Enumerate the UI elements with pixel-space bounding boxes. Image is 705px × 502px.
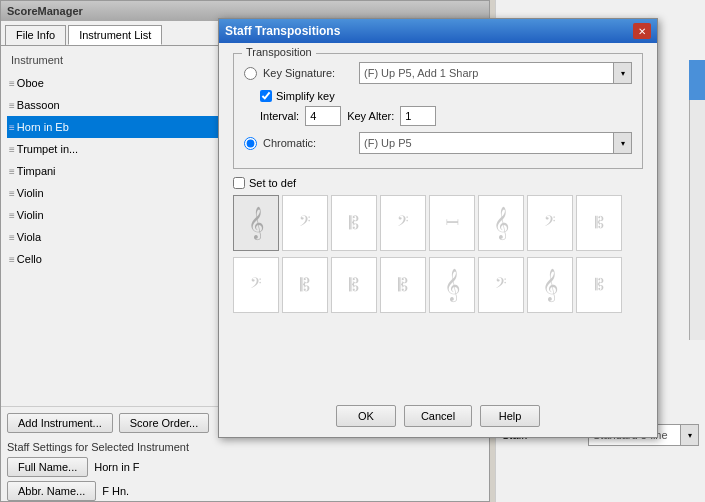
scrollbar-thumb[interactable] xyxy=(689,60,705,100)
inst-name: Horn in Eb xyxy=(17,121,232,133)
key-sig-select[interactable]: (F) Up P5, Add 1 Sharp ▾ xyxy=(359,62,632,84)
col-instrument: Instrument xyxy=(7,52,244,70)
key-sig-row: Key Signature: (F) Up P5, Add 1 Sharp ▾ xyxy=(244,62,632,84)
clef-cell-treble4[interactable]: 𝄞 xyxy=(527,257,573,313)
chromatic-select[interactable]: (F) Up P5 ▾ xyxy=(359,132,632,154)
inst-name: Cello xyxy=(17,253,232,265)
inst-name: Violin xyxy=(17,209,232,221)
drag-handle: ≡ xyxy=(9,254,14,265)
clef-grid-row1: 𝄞 𝄢 𝄡 𝄢 𝄩 𝄞 𝄢 𝄡 xyxy=(233,195,643,251)
drag-handle: ≡ xyxy=(9,166,14,177)
chromatic-label: Chromatic: xyxy=(263,137,353,149)
clef-cell-treble2[interactable]: 𝄞 xyxy=(478,195,524,251)
add-instrument-button[interactable]: Add Instrument... xyxy=(7,413,113,433)
staff-settings-label: Staff Settings for Selected Instrument xyxy=(7,441,483,453)
drag-handle: ≡ xyxy=(9,188,14,199)
chromatic-dropdown-arrow[interactable]: ▾ xyxy=(613,133,631,153)
set-def-row: Set to def xyxy=(233,177,643,189)
clef-cell-alto1[interactable]: 𝄡 xyxy=(331,195,377,251)
key-sig-value: (F) Up P5, Add 1 Sharp xyxy=(360,67,613,79)
group-label: Transposition xyxy=(242,46,316,58)
chromatic-radio[interactable] xyxy=(244,137,257,150)
simplify-key-label: Simplify key xyxy=(276,90,335,102)
key-sig-dropdown-arrow[interactable]: ▾ xyxy=(613,63,631,83)
set-def-label: Set to def xyxy=(249,177,296,189)
clef-cell-bass1[interactable]: 𝄢 xyxy=(282,195,328,251)
dialog-title: Staff Transpositions xyxy=(225,24,340,38)
full-name-row: Full Name... Horn in F xyxy=(7,457,483,477)
score-order-button[interactable]: Score Order... xyxy=(119,413,209,433)
dialog-body: Transposition Key Signature: (F) Up P5, … xyxy=(219,43,657,329)
interval-label: Interval: xyxy=(260,110,299,122)
help-button[interactable]: Help xyxy=(480,405,540,427)
dialog-close-button[interactable]: ✕ xyxy=(633,23,651,39)
staff-transpositions-dialog: Staff Transpositions ✕ Transposition Key… xyxy=(218,18,658,438)
app-title: ScoreManager xyxy=(7,5,83,17)
inst-name: Violin xyxy=(17,187,232,199)
key-sig-label: Key Signature: xyxy=(263,67,353,79)
clef-cell-treble1[interactable]: 𝄞 xyxy=(233,195,279,251)
clef-cell-perc2[interactable]: 𝄡 xyxy=(576,257,622,313)
inst-name: Oboe xyxy=(17,77,232,89)
tab-file-info[interactable]: File Info xyxy=(5,25,66,45)
clef-cell-bass3[interactable]: 𝄢 xyxy=(527,195,573,251)
simplify-key-checkbox[interactable] xyxy=(260,90,272,102)
clef-cell-bass4[interactable]: 𝄢 xyxy=(233,257,279,313)
clef-cell-treble3[interactable]: 𝄞 xyxy=(429,257,475,313)
clef-cell-perc1[interactable]: 𝄡 xyxy=(576,195,622,251)
abbr-name-row: Abbr. Name... F Hn. xyxy=(7,481,483,501)
clef-cell-bass5[interactable]: 𝄢 xyxy=(478,257,524,313)
drag-handle: ≡ xyxy=(9,210,14,221)
key-sig-radio[interactable] xyxy=(244,67,257,80)
full-name-value: Horn in F xyxy=(94,461,139,473)
drag-handle: ≡ xyxy=(9,232,14,243)
simplify-key-row: Simplify key xyxy=(260,90,632,102)
clef-cell-bass2[interactable]: 𝄢 xyxy=(380,195,426,251)
clef-cell-alto2[interactable]: 𝄩 xyxy=(429,195,475,251)
transposition-group: Transposition Key Signature: (F) Up P5, … xyxy=(233,53,643,169)
ok-button[interactable]: OK xyxy=(336,405,396,427)
key-alter-label: Key Alter: xyxy=(347,110,394,122)
clef-cell-alto3[interactable]: 𝄡 xyxy=(282,257,328,313)
right-scrollbar xyxy=(689,60,705,340)
inst-name: Bassoon xyxy=(17,99,232,111)
staff-dropdown-arrow[interactable]: ▾ xyxy=(680,425,698,445)
inst-name: Timpani xyxy=(17,165,232,177)
chromatic-row: Chromatic: (F) Up P5 ▾ xyxy=(244,132,632,154)
tab-instrument-list[interactable]: Instrument List xyxy=(68,25,162,45)
full-name-button[interactable]: Full Name... xyxy=(7,457,88,477)
abbr-name-value: F Hn. xyxy=(102,485,129,497)
abbr-name-button[interactable]: Abbr. Name... xyxy=(7,481,96,501)
key-alter-input[interactable] xyxy=(400,106,436,126)
inst-name: Viola xyxy=(17,231,232,243)
dialog-footer: OK Cancel Help xyxy=(219,405,657,427)
clef-cell-alto5[interactable]: 𝄡 xyxy=(380,257,426,313)
drag-handle: ≡ xyxy=(9,100,14,111)
drag-handle: ≡ xyxy=(9,78,14,89)
chromatic-value: (F) Up P5 xyxy=(360,137,613,149)
set-def-checkbox[interactable] xyxy=(233,177,245,189)
clef-cell-alto4[interactable]: 𝄡 xyxy=(331,257,377,313)
drag-handle: ≡ xyxy=(9,144,14,155)
clef-grid-row2: 𝄢 𝄡 𝄡 𝄡 𝄞 𝄢 𝄞 𝄡 xyxy=(233,257,643,313)
dialog-title-bar: Staff Transpositions ✕ xyxy=(219,19,657,43)
interval-input[interactable] xyxy=(305,106,341,126)
drag-handle: ≡ xyxy=(9,122,14,133)
interval-row: Interval: Key Alter: xyxy=(260,106,632,126)
inst-name: Trumpet in... xyxy=(17,143,232,155)
cancel-button[interactable]: Cancel xyxy=(404,405,472,427)
